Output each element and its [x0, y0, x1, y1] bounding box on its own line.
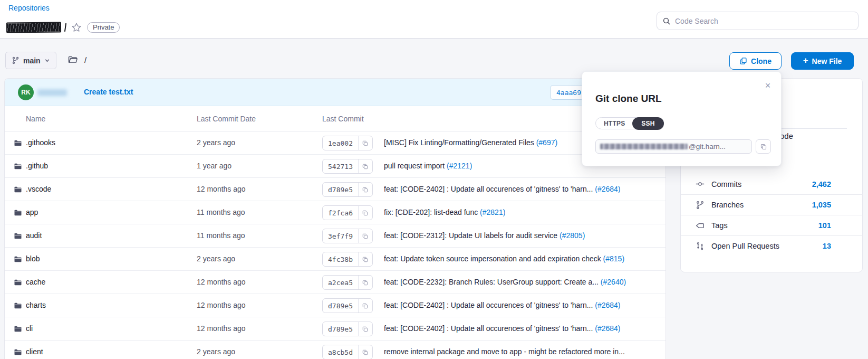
folder-icon — [14, 301, 22, 312]
path-root-link[interactable]: / — [84, 55, 86, 64]
table-row[interactable]: cache 12 months ago a2cea5 feat: [CODE-2… — [5, 271, 666, 294]
pr-link[interactable]: (#2805) — [560, 231, 585, 240]
file-name: cache — [26, 278, 45, 286]
page-header: Repositories Private — [0, 0, 868, 39]
file-name: client — [26, 347, 43, 356]
commit-message: fix: [CDE-202]: list-dead func (#2821) — [384, 208, 505, 216]
copy-sha-button[interactable] — [359, 206, 372, 220]
copy-sha-button[interactable] — [359, 252, 372, 266]
toggle-https[interactable]: HTTPS — [596, 118, 633, 129]
new-file-button[interactable]: + New File — [791, 52, 854, 70]
commit-sha: d789e5 — [323, 322, 358, 336]
breadcrumb-repositories[interactable]: Repositories — [8, 4, 50, 12]
commit-sha: 1ea002 — [323, 136, 358, 150]
commit-message: [MISC] Fix Linting/Formatting/Generated … — [384, 138, 557, 147]
commit-sha-chip[interactable]: a8cb5d — [322, 345, 373, 359]
clone-button-label: Clone — [751, 57, 771, 65]
folder-icon — [14, 325, 22, 335]
copy-sha-button[interactable] — [359, 159, 372, 173]
clone-url-input[interactable]: @git.harn... — [595, 139, 752, 154]
copy-sha-button[interactable] — [359, 299, 372, 313]
close-icon[interactable]: × — [761, 79, 774, 92]
commit-sha-chip[interactable]: f2fca6 — [322, 205, 373, 220]
clone-icon — [739, 57, 747, 65]
copy-icon — [362, 256, 369, 263]
branch-selector[interactable]: main — [5, 52, 56, 69]
copy-url-button[interactable] — [756, 139, 771, 154]
commit-message: feat: [CODE-2402] : Update all occurence… — [384, 301, 621, 309]
copy-icon — [362, 279, 369, 286]
clipped-summary-text: ode — [780, 131, 793, 140]
table-row[interactable]: client 2 years ago a8cb5d remove interna… — [5, 341, 666, 359]
commit-message: pull request import (#2121) — [384, 162, 472, 170]
pr-link[interactable]: (#697) — [536, 138, 557, 147]
chevron-down-icon — [44, 58, 50, 63]
repo-stat-row[interactable]: Branches 1,035 — [681, 194, 863, 215]
file-name: .github — [26, 162, 48, 170]
copy-sha-button[interactable] — [359, 229, 372, 243]
pr-link[interactable]: (#815) — [603, 254, 624, 263]
pull-request-icon — [696, 242, 705, 251]
copy-icon — [362, 140, 369, 147]
copy-sha-button[interactable] — [359, 136, 372, 150]
last-commit-date: 12 months ago — [197, 301, 246, 309]
clone-button[interactable]: Clone — [729, 52, 782, 70]
commit-message: feat: [CODE-2312]: Update UI labels for … — [384, 231, 585, 240]
commit-sha-chip[interactable]: d789e5 — [322, 182, 373, 197]
popover-title: Git clone URL — [595, 93, 662, 105]
table-row[interactable]: charts 12 months ago d789e5 feat: [CODE-… — [5, 294, 666, 317]
table-row[interactable]: app 11 months ago f2fca6 fix: [CDE-202]:… — [5, 201, 666, 224]
commit-sha-chip[interactable]: d789e5 — [322, 322, 373, 336]
private-badge: Private — [87, 22, 120, 33]
stat-value: 13 — [823, 242, 831, 250]
current-branch: main — [23, 56, 41, 65]
pr-link[interactable]: (#2640) — [601, 278, 626, 286]
copy-sha-button[interactable] — [359, 183, 372, 196]
favorite-star-icon[interactable] — [71, 22, 82, 33]
table-row[interactable]: .github 1 year ago 542713 pull request i… — [5, 155, 666, 178]
pr-link[interactable]: (#2121) — [447, 162, 472, 170]
repo-stat-row[interactable]: Open Pull Requests 13 — [681, 235, 863, 256]
latest-commit-message-link[interactable]: Create test.txt — [84, 88, 133, 96]
commit-sha-chip[interactable]: d789e5 — [322, 298, 373, 313]
copy-sha-button[interactable] — [359, 276, 372, 289]
code-search[interactable] — [657, 12, 859, 30]
commit-sha: 542713 — [323, 159, 358, 173]
last-commit-date: 12 months ago — [197, 185, 246, 193]
clone-url-redacted — [600, 144, 688, 149]
commit-sha: d789e5 — [323, 299, 358, 313]
file-name: charts — [26, 301, 46, 309]
toggle-ssh[interactable]: SSH — [632, 117, 663, 130]
commit-sha-chip[interactable]: 1ea002 — [322, 136, 373, 150]
copy-sha-button[interactable] — [359, 322, 372, 336]
folder-icon — [14, 232, 22, 242]
path-breadcrumb: / — [67, 54, 86, 65]
commit-message: feat: [CODE-2232]: Branch Rules: UserGro… — [384, 278, 626, 286]
pr-link[interactable]: (#2684) — [595, 301, 620, 309]
copy-sha-button[interactable] — [359, 345, 372, 359]
commit-sha-chip[interactable]: 542713 — [322, 159, 373, 174]
folder-open-icon — [67, 54, 78, 65]
commit-sha-chip[interactable]: 3ef7f9 — [322, 229, 373, 243]
plus-icon: + — [803, 55, 808, 66]
last-commit-date: 12 months ago — [197, 278, 246, 286]
stat-label: Tags — [711, 221, 728, 230]
commit-sha-chip[interactable]: 4fc38b — [322, 252, 373, 267]
repo-stat-row[interactable]: Tags 101 — [681, 215, 863, 235]
table-row[interactable]: cli 12 months ago d789e5 feat: [CODE-240… — [5, 317, 666, 341]
table-row[interactable]: .githooks 2 years ago 1ea002 [MISC] Fix … — [5, 131, 666, 155]
table-row[interactable]: blob 2 years ago 4fc38b feat: Update tok… — [5, 248, 666, 271]
clone-url-suffix: @git.harn... — [689, 143, 726, 150]
commit-sha: d789e5 — [323, 183, 358, 196]
pr-link[interactable]: (#2684) — [595, 185, 620, 193]
search-input[interactable] — [675, 17, 853, 25]
commit-sha: f2fca6 — [323, 206, 358, 220]
table-row[interactable]: .vscode 12 months ago d789e5 feat: [CODE… — [5, 178, 666, 201]
author-avatar: RK — [18, 84, 34, 100]
pr-link[interactable]: (#2821) — [480, 208, 505, 216]
file-name: cli — [26, 324, 33, 333]
commit-sha-chip[interactable]: a2cea5 — [322, 275, 373, 290]
pr-link[interactable]: (#2684) — [595, 324, 620, 333]
table-row[interactable]: audit 11 months ago 3ef7f9 feat: [CODE-2… — [5, 224, 666, 248]
repo-stat-row[interactable]: Commits 2,462 — [681, 174, 863, 194]
